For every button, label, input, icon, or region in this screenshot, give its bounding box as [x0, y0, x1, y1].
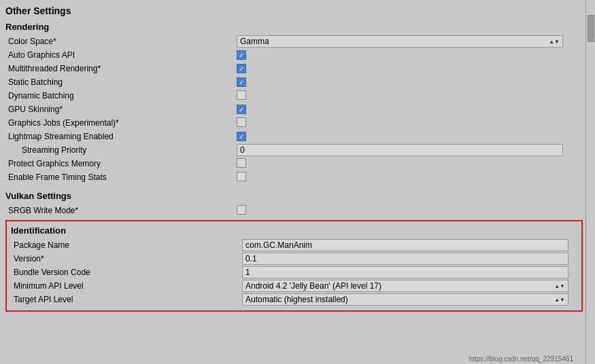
streaming-priority-control[interactable]: 0 [237, 144, 583, 156]
auto-graphics-row: Auto Graphics API ✓ [5, 48, 583, 62]
url-watermark: https://blog.csdn.net/qq_22915461 [469, 355, 573, 363]
bundle-version-input[interactable]: 1 [242, 266, 568, 278]
gpu-skinning-checkbox[interactable]: ✓ [237, 105, 246, 114]
color-space-dropdown[interactable]: Gamma ▲▼ [237, 35, 563, 48]
graphics-jobs-control[interactable] [237, 117, 583, 129]
color-space-label: Color Space* [5, 37, 237, 46]
color-space-value: Gamma [240, 37, 269, 46]
graphics-jobs-label: Graphics Jobs (Experimental)* [5, 118, 237, 128]
target-api-arrow-icon: ▲▼ [554, 297, 565, 303]
package-name-input[interactable]: com.GC.ManAnim [242, 239, 568, 251]
target-api-row: Target API Level Automatic (highest inst… [11, 293, 577, 306]
target-api-control[interactable]: Automatic (highest installed) ▲▼ [242, 293, 577, 306]
bundle-version-control[interactable]: 1 [242, 266, 577, 278]
multithreaded-checkbox[interactable]: ✓ [237, 64, 246, 73]
lightmap-control[interactable]: ✓ [237, 132, 583, 142]
bundle-version-label: Bundle Version Code [11, 268, 242, 277]
gpu-skinning-label: GPU Skinning* [5, 105, 237, 114]
srgb-write-row: SRGB Write Mode* [5, 204, 583, 217]
streaming-priority-row: Streaming Priority 0 [5, 143, 583, 157]
target-api-value: Automatic (highest installed) [245, 295, 348, 304]
checkmark-icon: ✓ [239, 79, 244, 86]
auto-graphics-checkbox[interactable]: ✓ [237, 50, 246, 60]
version-input[interactable]: 0.1 [242, 253, 568, 265]
checkmark-icon: ✓ [239, 65, 244, 73]
auto-graphics-control[interactable]: ✓ [237, 50, 583, 60]
static-batching-control[interactable]: ✓ [237, 77, 583, 88]
checkmark-icon: ✓ [239, 52, 244, 59]
package-name-control[interactable]: com.GC.ManAnim [242, 239, 577, 251]
vulkan-section-title: Vulkan Settings [5, 191, 583, 201]
color-space-control[interactable]: Gamma ▲▼ [237, 35, 583, 48]
lightmap-label: Lightmap Streaming Enabled [5, 132, 237, 141]
protect-graphics-label: Protect Graphics Memory [5, 159, 237, 168]
static-batching-checkbox[interactable]: ✓ [237, 77, 246, 87]
lightmap-row: Lightmap Streaming Enabled ✓ [5, 130, 583, 143]
srgb-write-control[interactable] [237, 205, 583, 217]
gpu-skinning-row: GPU Skinning* ✓ [5, 103, 583, 116]
min-api-control[interactable]: Android 4.2 'Jelly Bean' (API level 17) … [242, 280, 577, 292]
min-api-dropdown[interactable]: Android 4.2 'Jelly Bean' (API level 17) … [242, 280, 568, 292]
scrollbar-thumb[interactable] [588, 15, 594, 42]
streaming-priority-input[interactable]: 0 [237, 144, 563, 156]
protect-graphics-checkbox[interactable] [237, 158, 246, 168]
min-api-label: Minimum API Level [11, 281, 242, 291]
version-control[interactable]: 0.1 [242, 253, 577, 265]
graphics-jobs-checkbox[interactable] [237, 117, 246, 127]
enable-frame-row: Enable Frame Timing Stats [5, 170, 583, 184]
package-name-row: Package Name com.GC.ManAnim [11, 238, 577, 252]
checkmark-icon: ✓ [239, 106, 244, 113]
lightmap-checkbox[interactable]: ✓ [237, 132, 246, 141]
multithreaded-label: Multithreaded Rendering* [5, 64, 237, 73]
main-content: Other Settings Rendering Color Space* Ga… [0, 0, 585, 364]
multithreaded-row: Multithreaded Rendering* ✓ [5, 62, 583, 75]
color-space-arrow-icon: ▲▼ [549, 39, 560, 45]
gpu-skinning-control[interactable]: ✓ [237, 105, 583, 115]
enable-frame-checkbox[interactable] [237, 172, 246, 181]
target-api-label: Target API Level [11, 295, 242, 304]
version-row: Version* 0.1 [11, 252, 577, 266]
enable-frame-control[interactable] [237, 172, 583, 183]
min-api-row: Minimum API Level Android 4.2 'Jelly Bea… [11, 279, 577, 293]
srgb-write-checkbox[interactable] [237, 205, 246, 215]
dynamic-batching-row: Dynamic Batching [5, 89, 583, 103]
static-batching-row: Static Batching ✓ [5, 75, 583, 89]
graphics-jobs-row: Graphics Jobs (Experimental)* [5, 116, 583, 130]
rendering-section-title: Rendering [5, 22, 583, 32]
enable-frame-label: Enable Frame Timing Stats [5, 172, 237, 182]
dynamic-batching-label: Dynamic Batching [5, 91, 237, 101]
scrollbar[interactable] [585, 0, 595, 364]
static-batching-label: Static Batching [5, 77, 237, 87]
dynamic-batching-control[interactable] [237, 90, 583, 102]
package-name-label: Package Name [11, 240, 242, 250]
identification-section: Identification Package Name com.GC.ManAn… [5, 220, 583, 312]
target-api-dropdown[interactable]: Automatic (highest installed) ▲▼ [242, 293, 568, 306]
checkmark-icon: ✓ [239, 133, 244, 141]
color-space-row: Color Space* Gamma ▲▼ [5, 35, 583, 48]
dynamic-batching-checkbox[interactable] [237, 90, 246, 100]
multithreaded-control[interactable]: ✓ [237, 64, 583, 74]
min-api-arrow-icon: ▲▼ [554, 283, 565, 289]
protect-graphics-row: Protect Graphics Memory [5, 157, 583, 170]
streaming-priority-label: Streaming Priority [5, 145, 237, 155]
srgb-write-label: SRGB Write Mode* [5, 206, 237, 215]
bundle-version-row: Bundle Version Code 1 [11, 266, 577, 279]
identification-title: Identification [11, 225, 577, 236]
version-label: Version* [11, 254, 242, 263]
min-api-value: Android 4.2 'Jelly Bean' (API level 17) [245, 281, 381, 291]
other-settings-title: Other Settings [5, 5, 583, 16]
protect-graphics-control[interactable] [237, 158, 583, 170]
auto-graphics-label: Auto Graphics API [5, 50, 237, 60]
